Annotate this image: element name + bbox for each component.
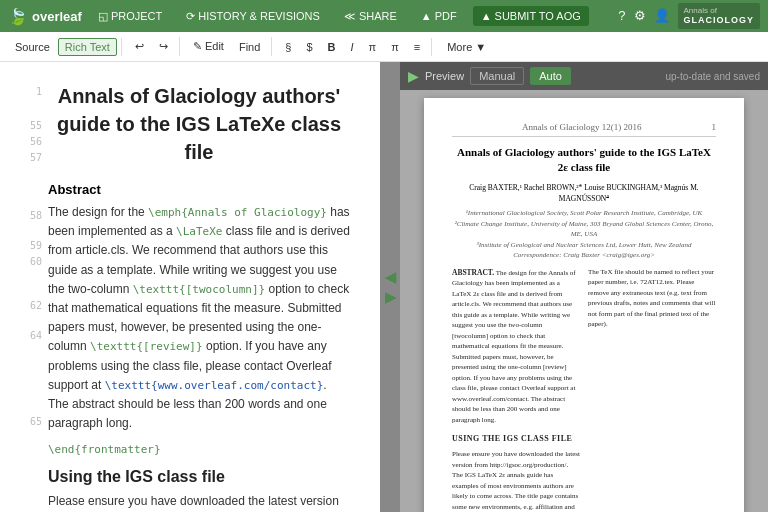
preview-label: Preview xyxy=(425,70,464,82)
math-button[interactable]: $ xyxy=(299,38,319,56)
user-icon[interactable]: 👤 xyxy=(654,8,670,23)
cmd-twocol: \texttt{[twocolumn]} xyxy=(133,283,265,296)
pdf-header: Annals of Glaciology 12(1) 2016 1 xyxy=(452,122,716,137)
pdf-section-heading: USING THE IGS CLASS FILE xyxy=(452,433,580,445)
pdf-col-left: ABSTRACT. The design for the Annals of G… xyxy=(452,267,580,512)
nav-pdf[interactable]: ▲ PDF xyxy=(413,6,465,26)
preview-status: up-to-date and saved xyxy=(665,71,760,82)
source-button[interactable]: Source xyxy=(8,38,57,56)
help-icon[interactable]: ? xyxy=(618,8,625,23)
list-button[interactable]: ≡ xyxy=(407,38,427,56)
editor-content: Annals of Glaciology authors' guide to t… xyxy=(48,82,350,512)
settings-icon[interactable]: ⚙ xyxy=(634,8,646,23)
edit-group: ✎ Edit Find xyxy=(182,37,272,56)
auto-tab[interactable]: Auto xyxy=(530,67,571,85)
more-button[interactable]: More ▼ xyxy=(440,38,493,56)
top-nav: 🍃 overleaf ◱ PROJECT ⟳ HISTORY & REVISIO… xyxy=(0,0,768,32)
redo-button[interactable]: ↪ xyxy=(152,37,175,56)
section2-text: Please ensure you have downloaded the la… xyxy=(48,492,350,512)
share-icon: ≪ xyxy=(344,10,356,23)
splitter-left-arrow[interactable]: ◀ xyxy=(385,269,396,285)
leaf-icon: 🍃 xyxy=(8,7,28,26)
end-frontmatter: \end{frontmatter} xyxy=(48,441,350,456)
manual-tab[interactable]: Manual xyxy=(470,67,524,85)
pane-splitter[interactable]: ◀ ▶ xyxy=(380,62,400,512)
nav-history-revisions[interactable]: ⟳ HISTORY & REVISIONS xyxy=(178,6,328,27)
preview-pane: ▶ Preview Manual Auto up-to-date and sav… xyxy=(400,62,768,512)
editor-title: Annals of Glaciology authors' guide to t… xyxy=(48,82,350,166)
pdf-page: Annals of Glaciology 12(1) 2016 1 Annals… xyxy=(424,98,744,512)
cmd-url: \texttt{www.overleaf.com/contact} xyxy=(105,379,324,392)
submit-icon: ▲ xyxy=(481,10,492,22)
nav-right: ? ⚙ 👤 Annals of GLACIOLOGY xyxy=(618,3,760,29)
abstract-heading: Abstract xyxy=(48,182,350,197)
cmd-review: \texttt{[review]} xyxy=(90,340,203,353)
section2-heading: Using the IGS class file xyxy=(48,468,350,486)
overleaf-logo[interactable]: 🍃 overleaf xyxy=(8,7,82,26)
rich-text-button[interactable]: Rich Text xyxy=(58,38,117,56)
pdf-main-content: ABSTRACT. The design for the Annals of G… xyxy=(452,267,716,512)
italic-button[interactable]: I xyxy=(344,38,361,56)
edit-button[interactable]: ✎ Edit xyxy=(186,37,231,56)
cmd-latex: \LaTeXe xyxy=(176,225,222,238)
undo-button[interactable]: ↩ xyxy=(128,37,151,56)
pdf-affiliations: ¹International Glaciological Society, Sc… xyxy=(452,208,716,261)
pdf-icon: ▲ xyxy=(421,10,432,22)
editor-toolbar: Source Rich Text ↩ ↪ ✎ Edit Find § $ B I… xyxy=(0,32,768,62)
journal-logo: Annals of GLACIOLOGY xyxy=(678,3,761,29)
abstract-text: The design for the \emph{Annals of Glaci… xyxy=(48,203,350,433)
nav-project[interactable]: ◱ PROJECT xyxy=(90,6,170,27)
history-icon: ⟳ xyxy=(186,10,195,23)
pdf-title: Annals of Glaciology authors' guide to t… xyxy=(452,145,716,176)
format-group: § $ B I π π ≡ xyxy=(274,38,432,56)
more-group: More ▼ xyxy=(434,38,497,56)
view-mode-group: Source Rich Text xyxy=(4,38,122,56)
preview-content: Annals of Glaciology 12(1) 2016 1 Annals… xyxy=(400,90,768,512)
pdf-col-right: The TeX file should be named to reflect … xyxy=(588,267,716,512)
project-icon: ◱ xyxy=(98,10,108,23)
pi-button1[interactable]: π xyxy=(362,38,384,56)
preview-triangle-icon: ▶ xyxy=(408,68,419,84)
nav-submit[interactable]: ▲ SUBMIT TO AOG xyxy=(473,6,589,26)
main-area: 1 55 56 57 58 59 60 62 64 xyxy=(0,62,768,512)
editor-pane: 1 55 56 57 58 59 60 62 64 xyxy=(0,62,380,512)
splitter-right-arrow[interactable]: ▶ xyxy=(385,289,396,305)
logo-text: overleaf xyxy=(32,9,82,24)
find-button[interactable]: Find xyxy=(232,38,267,56)
line-numbers: 1 55 56 57 58 59 60 62 64 xyxy=(20,84,48,430)
pdf-authors: Craig BAXTER,¹ Rachel BROWN,²* Louise BU… xyxy=(452,182,716,205)
pi-button2[interactable]: π xyxy=(384,38,406,56)
section-button[interactable]: § xyxy=(278,38,298,56)
bold-button[interactable]: B xyxy=(321,38,343,56)
cmd-emph: \emph{Annals of Glaciology} xyxy=(148,206,327,219)
history-group: ↩ ↪ xyxy=(124,37,180,56)
nav-share[interactable]: ≪ SHARE xyxy=(336,6,405,27)
preview-toolbar: ▶ Preview Manual Auto up-to-date and sav… xyxy=(400,62,768,90)
